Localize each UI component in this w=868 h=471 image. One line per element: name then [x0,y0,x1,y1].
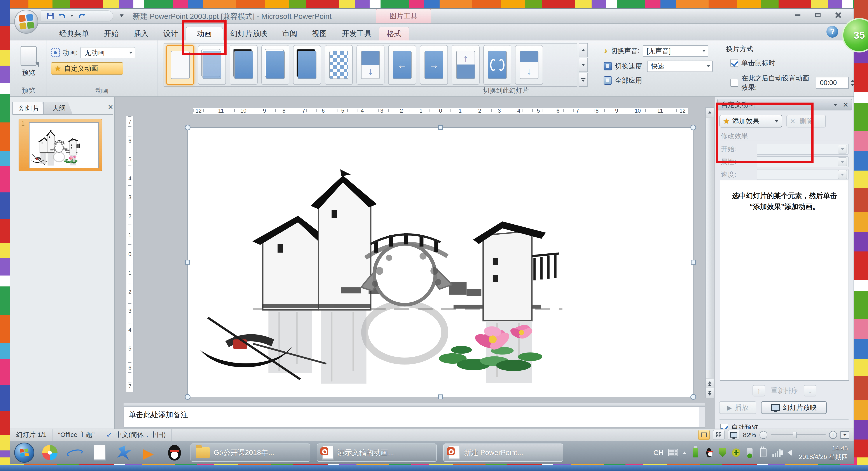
fit-to-window-icon[interactable]: ✦ [840,431,849,439]
transition-fade-through-black[interactable] [229,45,258,85]
selection-handle-right[interactable] [691,260,696,264]
tab-outline[interactable]: 大纲 [43,102,72,114]
ink-painting-picture[interactable] [188,128,693,397]
usb-device-icon[interactable] [691,448,700,458]
selection-handle-bottom-left[interactable] [185,394,190,400]
start-button[interactable] [14,443,34,463]
usb-safe-remove-icon[interactable] [745,448,754,458]
auto-advance-checkbox[interactable] [731,79,738,87]
notes-splitter[interactable] [124,403,705,407]
time-up-icon[interactable] [851,80,855,82]
undo-dropdown-icon[interactable] [71,15,73,17]
transition-wipe-right[interactable]: → [420,45,448,85]
view-normal-button[interactable] [698,430,710,440]
tencent-video-icon[interactable]: ▶ [140,443,159,462]
antivirus-plus-icon[interactable] [732,448,741,458]
qq-tray-icon[interactable] [705,448,713,458]
transition-wipe-down[interactable]: ↓ [356,45,384,85]
qat-customize-icon[interactable] [120,14,124,17]
taskbar-window-ppt-2[interactable]: 新建 PowerPoint... [443,443,563,462]
scroll-up-icon[interactable] [706,107,714,117]
gallery-scroll-up[interactable] [579,43,588,57]
blue-bird-app-icon[interactable] [115,443,134,462]
network-signal-icon[interactable] [772,448,780,457]
transition-dissolve[interactable] [325,45,353,85]
reorder-up-button[interactable]: ↑ [752,385,765,397]
notes-scrollbar[interactable] [699,407,705,427]
previous-slide-icon[interactable] [706,379,714,388]
qq-icon[interactable] [165,443,184,462]
tab-developer[interactable]: 开发工具 [334,27,379,40]
clock[interactable]: 14:45 2018/4/26 星期四 [799,444,848,461]
remove-effect-button[interactable]: ✕ 删除 [786,115,826,127]
taskbar-window-ppt-1[interactable]: 演示文稿的动画... [317,443,437,462]
notepad-icon[interactable] [90,443,109,462]
redo-icon[interactable] [78,12,86,20]
transition-cover-down[interactable]: ↓ [515,45,543,85]
transition-speed-dropdown[interactable]: 快速 [647,61,713,72]
zoom-in-icon[interactable]: + [829,431,837,439]
transition-sound-dropdown[interactable]: [无声音] [643,45,708,57]
security-shield-icon[interactable] [718,448,727,458]
on-mouse-click-checkbox[interactable] [731,59,738,67]
tab-classic-menu[interactable]: 经典菜单 [52,27,96,40]
selection-handle-left[interactable] [185,260,190,264]
selection-handle-bottom-right[interactable] [690,394,696,400]
animate-dropdown[interactable]: 无动画 [81,47,135,58]
zoom-percentage[interactable]: 82% [743,431,756,439]
input-language-indicator[interactable]: CH [653,449,663,457]
transition-wipe-left[interactable]: ← [388,45,416,85]
time-down-icon[interactable] [851,84,855,86]
selection-handle-top-right[interactable] [690,125,696,130]
slide-canvas[interactable] [187,127,693,397]
taskbar-window-folder[interactable]: G:\公开课2018年... [190,443,310,462]
slideshow-button[interactable]: 幻灯片放映 [761,401,827,414]
restore-button[interactable] [811,10,825,20]
add-effect-button[interactable]: ★ 添加效果 [719,115,782,127]
gallery-scroll-down[interactable] [579,58,588,72]
apply-all-button[interactable]: 全部应用 [615,76,642,85]
view-sorter-button[interactable] [713,430,724,440]
tab-animations[interactable]: 动画 [186,27,223,40]
selection-handle-top[interactable] [438,125,443,130]
tab-home[interactable]: 开始 [96,27,126,40]
scrollbar-thumb[interactable] [706,118,713,378]
slides-panel-close-icon[interactable]: × [108,102,113,111]
keyboard-icon[interactable] [668,449,678,457]
slide-thumbnail-selected[interactable]: 1 [19,119,102,171]
zoom-slider-thumb[interactable] [793,432,797,438]
minimize-button[interactable] [790,10,805,20]
help-icon[interactable]: ? [827,26,838,38]
preview-button[interactable]: 预览 [17,44,41,79]
gallery-more-button[interactable] [579,73,588,87]
tab-slideshow[interactable]: 幻灯片放映 [223,27,275,40]
selection-handle-top-left[interactable] [185,125,190,130]
pinwheel-app-icon[interactable] [40,443,59,462]
pane-close-icon[interactable]: × [843,100,848,109]
zoom-slider[interactable] [771,435,826,435]
volume-icon[interactable] [785,448,794,458]
power-plug-icon[interactable] [759,448,768,458]
close-button[interactable] [831,10,845,20]
tab-insert[interactable]: 插入 [126,27,156,40]
play-button[interactable]: ▶ 播放 [719,401,756,414]
custom-animation-button[interactable]: ★ 自定义动画 [51,62,123,74]
tab-design[interactable]: 设计 [156,27,186,40]
tab-slides-thumbnails[interactable]: 幻灯片 [12,102,46,114]
pane-menu-icon[interactable] [833,104,837,106]
transition-cut[interactable] [261,45,289,85]
office-button[interactable] [14,10,38,34]
internet-explorer-icon[interactable] [65,443,84,462]
zoom-out-icon[interactable]: − [760,431,767,439]
view-slideshow-button[interactable] [728,430,739,440]
save-icon[interactable] [46,12,54,20]
transition-cut-through-black[interactable] [293,45,321,85]
tab-view[interactable]: 视图 [305,27,334,40]
reorder-down-button[interactable]: ↓ [804,385,816,397]
notes-area[interactable]: 单击此处添加备注 [124,407,705,428]
hidden-icons-arrow[interactable] [683,451,686,454]
next-slide-icon[interactable] [706,388,714,398]
transition-split[interactable] [483,45,511,85]
transition-none[interactable] [166,45,194,85]
selection-handle-bottom[interactable] [438,395,443,399]
